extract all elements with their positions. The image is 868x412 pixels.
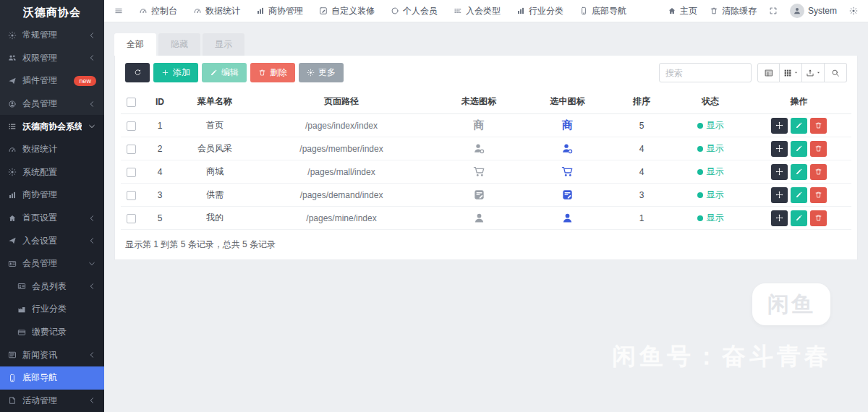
sidebar-item-5[interactable]: 数据统计 <box>0 138 104 161</box>
sidebar-item-2[interactable]: 插件管理new <box>0 69 104 93</box>
user-menu[interactable]: System <box>790 4 837 18</box>
navbar-tab-2[interactable]: 商协管理 <box>256 5 303 17</box>
chevron-left-icon <box>88 396 96 405</box>
sidebar-item-4[interactable]: 沃德商协会系统 <box>0 115 104 138</box>
add-button[interactable]: 添加 <box>153 63 198 82</box>
more-button[interactable]: 更多 <box>299 63 344 82</box>
search-button[interactable] <box>825 63 847 82</box>
columns-button[interactable] <box>780 63 802 82</box>
chevron-down-icon <box>88 259 96 268</box>
sidebar-item-7[interactable]: 商协管理 <box>0 184 104 207</box>
sidebar-item-label: 入会设置 <box>22 235 82 247</box>
navbar-tab-6[interactable]: 行业分类 <box>516 5 563 17</box>
filter-tab-0[interactable]: 全部 <box>114 33 156 56</box>
navbar-tab-7[interactable]: 底部导航 <box>579 5 626 17</box>
sidebar-item-9[interactable]: 入会设置 <box>0 229 104 252</box>
move-icon <box>775 145 783 153</box>
cell-selected-icon: 商 <box>526 114 609 137</box>
cell-page-path: /pages/mine/index <box>251 207 432 230</box>
refresh-button[interactable] <box>125 63 150 82</box>
status-badge: 显示 <box>697 142 724 155</box>
row-move-button[interactable] <box>771 164 788 180</box>
row-edit-button[interactable] <box>791 187 807 203</box>
main-content: 全部隐藏显示 添加 编辑 删除 更多 <box>104 22 868 412</box>
row-delete-button[interactable] <box>810 118 827 134</box>
pencil-icon <box>795 214 803 222</box>
row-checkbox[interactable] <box>127 168 136 177</box>
search-icon <box>831 69 840 77</box>
row-delete-button[interactable] <box>810 164 827 180</box>
row-delete-button[interactable] <box>810 141 827 157</box>
home-link[interactable]: 主页 <box>668 5 697 17</box>
dashed-icon <box>454 7 462 15</box>
row-move-button[interactable] <box>771 210 788 226</box>
mobile-icon <box>8 374 17 382</box>
row-delete-button[interactable] <box>810 210 827 226</box>
navbar-tab-3[interactable]: 自定义装修 <box>319 5 375 17</box>
sidebar-item-label: 首页设置 <box>22 212 82 224</box>
sidebar-item-6[interactable]: 系统配置 <box>0 161 104 184</box>
pencil-icon <box>795 121 803 129</box>
search-input[interactable] <box>659 63 752 82</box>
row-checkbox[interactable] <box>127 121 136 131</box>
mobile-icon <box>579 7 588 15</box>
caret-down-icon <box>816 70 821 75</box>
row-edit-button[interactable] <box>791 141 807 157</box>
filter-tab-1[interactable]: 隐藏 <box>158 33 200 56</box>
navbar-tab-5[interactable]: 入会类型 <box>454 5 501 17</box>
sidebar-item-16[interactable]: 活动管理 <box>0 390 104 412</box>
cell-status: 显示 <box>674 114 746 137</box>
sidebar-item-14[interactable]: 新闻资讯 <box>0 343 104 366</box>
export-button[interactable] <box>802 63 825 82</box>
filter-tab-2[interactable]: 显示 <box>203 33 244 56</box>
navbar-tab-1[interactable]: 数据统计 <box>193 5 240 17</box>
pencil-icon <box>795 145 803 153</box>
sidebar-item-3[interactable]: 会员管理 <box>0 93 104 116</box>
sidebar-item-8[interactable]: 首页设置 <box>0 207 104 230</box>
sidebar-toggle-button[interactable] <box>114 7 123 15</box>
column-header-4: 选中图标 <box>526 90 609 114</box>
add-label: 添加 <box>173 66 190 79</box>
cell-id: 4 <box>141 160 179 184</box>
row-edit-button[interactable] <box>791 164 807 180</box>
sidebar-item-13[interactable]: 缴费记录 <box>0 321 104 344</box>
sidebar-item-10[interactable]: 会员管理 <box>0 252 104 275</box>
navbar-tab-0[interactable]: 控制台 <box>139 5 177 17</box>
select-all-checkbox[interactable] <box>127 98 136 107</box>
row-checkbox[interactable] <box>127 145 136 154</box>
move-icon <box>775 168 783 176</box>
row-edit-button[interactable] <box>791 118 807 134</box>
sidebar-item-11[interactable]: 会员列表 <box>0 275 104 299</box>
delete-label: 删除 <box>270 66 287 79</box>
row-select-cell <box>121 137 141 160</box>
home-label: 主页 <box>680 5 697 17</box>
fullscreen-button[interactable] <box>769 7 778 15</box>
row-edit-button[interactable] <box>791 210 807 226</box>
pencil-icon <box>795 191 803 199</box>
row-move-button[interactable] <box>771 141 788 157</box>
row-move-button[interactable] <box>771 118 788 134</box>
edit-button[interactable]: 编辑 <box>202 63 247 82</box>
home-icon <box>668 7 676 15</box>
sidebar-item-label: 数据统计 <box>22 143 96 155</box>
content-card: 添加 编辑 删除 更多 ID菜单名称页面路径未选图标选中图标排序状态操作 <box>114 56 858 260</box>
sidebar-item-0[interactable]: 常规管理 <box>0 24 104 47</box>
row-checkbox[interactable] <box>127 214 136 223</box>
sidebar-item-15[interactable]: 底部导航 <box>0 366 104 390</box>
sidebar-item-label: 系统配置 <box>22 166 96 179</box>
settings-button[interactable] <box>849 7 858 15</box>
delete-button[interactable]: 删除 <box>250 63 295 82</box>
sidebar-item-12[interactable]: 行业分类 <box>0 298 104 321</box>
pencil-icon <box>795 168 803 176</box>
sidebar-item-1[interactable]: 权限管理 <box>0 47 104 70</box>
row-delete-button[interactable] <box>810 187 827 203</box>
toggle-view-button[interactable] <box>757 63 780 82</box>
cell-status: 显示 <box>674 137 746 160</box>
row-move-button[interactable] <box>771 187 788 203</box>
clear-cache-button[interactable]: 清除缓存 <box>710 5 757 17</box>
row-checkbox[interactable] <box>127 191 136 200</box>
row-select-cell <box>121 207 141 230</box>
menu-table: ID菜单名称页面路径未选图标选中图标排序状态操作 1首页/pages/index… <box>121 90 851 230</box>
navbar-tab-4[interactable]: 个人会员 <box>391 5 438 17</box>
sidebar-item-label: 会员管理 <box>22 98 82 110</box>
